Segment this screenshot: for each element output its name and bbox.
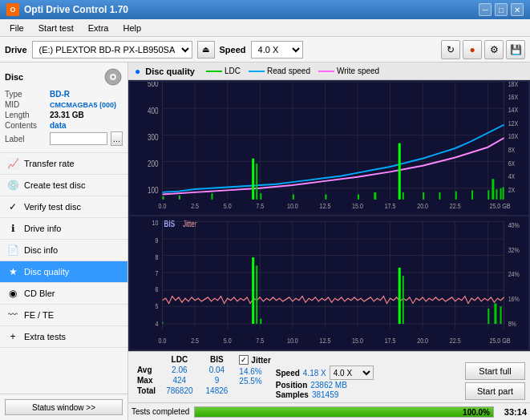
nav-transfer-rate[interactable]: 📈 Transfer rate bbox=[0, 153, 127, 175]
svg-point-2 bbox=[112, 76, 115, 79]
avg-jitter: 14.6% bbox=[239, 367, 270, 376]
jitter-checkbox[interactable]: ✓ bbox=[239, 355, 249, 365]
svg-text:2.5: 2.5 bbox=[191, 203, 199, 211]
svg-text:0.0: 0.0 bbox=[159, 337, 167, 345]
menu-extra[interactable]: Extra bbox=[82, 22, 115, 34]
svg-text:12.5: 12.5 bbox=[320, 203, 331, 211]
nav-extra-tests[interactable]: + Extra tests bbox=[0, 326, 127, 348]
svg-text:40%: 40% bbox=[508, 221, 520, 229]
transfer-rate-icon: 📈 bbox=[6, 157, 19, 170]
disc-panel-title: Disc bbox=[5, 72, 23, 82]
svg-text:25.0 GB: 25.0 GB bbox=[489, 203, 510, 211]
tests-completed-label: Tests completed bbox=[131, 407, 189, 416]
speed-select[interactable]: 4.0 X bbox=[251, 41, 303, 59]
samples-label: Samples bbox=[276, 390, 309, 399]
svg-rect-41 bbox=[260, 193, 261, 200]
refresh-button[interactable]: ↻ bbox=[441, 40, 460, 59]
disc-panel: Disc Type BD-R MID CMCMAGBA5 (000) Lengt… bbox=[0, 63, 127, 153]
nav-drive-info[interactable]: ℹ Drive info bbox=[0, 218, 127, 240]
svg-rect-105 bbox=[260, 319, 261, 324]
start-part-button[interactable]: Start part bbox=[465, 382, 525, 400]
start-full-button[interactable]: Start full bbox=[465, 362, 525, 380]
svg-rect-56 bbox=[503, 188, 504, 200]
progress-bar-container: 100.0% bbox=[194, 406, 494, 418]
progress-area: Tests completed 100.0% 33:14 bbox=[128, 402, 530, 420]
status-window-button[interactable]: Status window >> bbox=[5, 399, 123, 415]
contents-label: Contents bbox=[5, 121, 47, 130]
svg-text:9: 9 bbox=[156, 236, 159, 244]
svg-rect-68 bbox=[130, 216, 528, 349]
burn-button[interactable]: ● bbox=[463, 40, 482, 59]
menu-start-test[interactable]: Start test bbox=[32, 22, 80, 34]
eject-button[interactable]: ⏏ bbox=[197, 41, 215, 59]
minimize-button[interactable]: ─ bbox=[479, 3, 492, 16]
write-speed-legend-label: Write speed bbox=[337, 67, 379, 75]
nav-cd-bler[interactable]: ◉ CD Bler bbox=[0, 283, 127, 305]
svg-rect-39 bbox=[252, 159, 254, 200]
menu-help[interactable]: Help bbox=[116, 22, 148, 34]
lower-chart: BIS Jitter bbox=[130, 216, 528, 349]
drive-bar: Drive (E:) PLEXTOR BD-R PX-LB950SA 1.06 … bbox=[0, 37, 530, 63]
svg-text:8: 8 bbox=[156, 253, 159, 261]
time-display: 33:14 bbox=[499, 407, 527, 417]
label-browse-button[interactable]: … bbox=[111, 131, 123, 146]
dq-header-icon: ● bbox=[135, 66, 140, 77]
svg-text:2.5: 2.5 bbox=[191, 337, 199, 345]
nav-disc-quality[interactable]: ★ Disc quality bbox=[0, 261, 127, 283]
dq-panel: ● Disc quality LDC Read speed Write spee… bbox=[128, 63, 530, 420]
drive-label: Drive bbox=[5, 45, 27, 55]
menu-file[interactable]: File bbox=[3, 22, 30, 34]
svg-text:300: 300 bbox=[148, 133, 159, 142]
save-button[interactable]: 💾 bbox=[506, 40, 525, 59]
svg-rect-106 bbox=[399, 268, 401, 324]
svg-rect-44 bbox=[358, 194, 359, 199]
svg-rect-107 bbox=[403, 276, 404, 324]
type-value: BD-R bbox=[50, 90, 70, 99]
nav-fe-te[interactable]: 〰 FE / TE bbox=[0, 305, 127, 326]
jitter-label: Jitter bbox=[251, 356, 270, 365]
cd-bler-icon: ◉ bbox=[6, 287, 19, 300]
read-speed-legend-color bbox=[249, 71, 265, 72]
avg-label: Avg bbox=[133, 365, 160, 375]
read-speed-legend-label: Read speed bbox=[267, 67, 310, 75]
nav-create-test-disc[interactable]: 💿 Create test disc bbox=[0, 175, 127, 196]
svg-text:32%: 32% bbox=[508, 246, 520, 254]
svg-rect-49 bbox=[439, 192, 440, 200]
drive-select[interactable]: (E:) PLEXTOR BD-R PX-LB950SA 1.06 bbox=[32, 41, 192, 59]
svg-text:24%: 24% bbox=[508, 271, 520, 279]
svg-text:14X: 14X bbox=[508, 107, 519, 115]
svg-rect-43 bbox=[325, 194, 326, 199]
svg-text:4: 4 bbox=[156, 320, 159, 328]
svg-rect-3 bbox=[130, 82, 528, 215]
svg-text:22.5: 22.5 bbox=[450, 337, 461, 345]
sidebar: Disc Type BD-R MID CMCMAGBA5 (000) Lengt… bbox=[0, 63, 128, 420]
svg-text:7.5: 7.5 bbox=[256, 337, 264, 345]
svg-text:500: 500 bbox=[148, 82, 159, 89]
bottom-panel: LDC BIS Avg 2.06 0.04 Max 424 9 bbox=[128, 351, 530, 402]
contents-value: data bbox=[50, 121, 67, 130]
svg-text:10.0: 10.0 bbox=[287, 337, 298, 345]
nav-verify-test-disc[interactable]: ✓ Verify test disc bbox=[0, 196, 127, 218]
write-speed-legend-color bbox=[318, 71, 334, 72]
ldc-header: LDC bbox=[160, 354, 199, 365]
svg-rect-42 bbox=[293, 194, 294, 199]
svg-rect-40 bbox=[256, 164, 257, 200]
svg-text:BIS: BIS bbox=[164, 220, 176, 228]
maximize-button[interactable]: □ bbox=[495, 3, 508, 16]
svg-text:10.0: 10.0 bbox=[287, 203, 298, 211]
svg-text:16X: 16X bbox=[508, 93, 519, 101]
settings-button[interactable]: ⚙ bbox=[484, 40, 504, 59]
verify-test-disc-label: Verify test disc bbox=[24, 202, 81, 212]
speed-stat-select[interactable]: 4.0 X bbox=[330, 365, 374, 380]
ldc-legend-color bbox=[206, 71, 222, 72]
app-title: Opti Drive Control 1.70 bbox=[24, 4, 128, 15]
label-input[interactable] bbox=[50, 132, 107, 145]
svg-rect-48 bbox=[423, 192, 424, 200]
svg-text:8X: 8X bbox=[508, 146, 516, 154]
progress-bar-fill bbox=[195, 407, 493, 417]
cd-bler-label: CD Bler bbox=[24, 289, 55, 298]
nav-disc-info[interactable]: 📄 Disc info bbox=[0, 240, 127, 261]
drive-info-icon: ℹ bbox=[6, 222, 19, 235]
close-button[interactable]: ✕ bbox=[511, 3, 524, 16]
content-area: ● Disc quality LDC Read speed Write spee… bbox=[128, 63, 530, 420]
